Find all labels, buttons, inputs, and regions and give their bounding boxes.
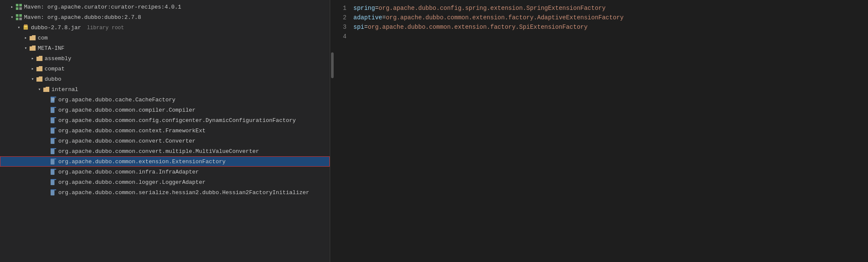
tree-item-file-extensionfactory[interactable]: org.apache.dubbo.common.extension.Extens…: [0, 156, 330, 167]
svg-rect-9: [24, 25, 28, 30]
file-icon: [50, 179, 57, 186]
code-content: spring=org.apache.dubbo.config.spring.ex…: [352, 3, 868, 259]
svg-rect-8: [24, 24, 27, 25]
arrow-icon[interactable]: [22, 34, 29, 41]
code-eq-1: =: [375, 5, 378, 12]
tree-item-label: dubbo-2.7.8.jar library root: [31, 24, 124, 31]
tree-item-label: assembly: [45, 55, 71, 62]
jar-icon: [22, 24, 29, 31]
arrow-placeholder: [43, 137, 50, 144]
svg-rect-2: [16, 7, 18, 10]
svg-rect-3: [19, 7, 22, 10]
arrow-icon[interactable]: [29, 76, 36, 82]
svg-rect-1: [19, 4, 22, 6]
code-eq-2: =: [382, 14, 386, 21]
code-editor-panel: 1 2 3 4 spring=org.apache.dubbo.config.s…: [335, 0, 868, 262]
tree-item-label: org.apache.dubbo.common.convert.multiple…: [58, 148, 259, 155]
file-icon: [50, 127, 57, 134]
tree-item-internal[interactable]: internal: [0, 84, 330, 94]
tree-item-compat[interactable]: compat: [0, 64, 330, 74]
folder-icon: [29, 45, 36, 52]
file-icon: [50, 158, 57, 165]
svg-rect-12: [51, 97, 56, 97]
tree-item-file-frameworkext[interactable]: org.apache.dubbo.common.context.Framewor…: [0, 125, 330, 136]
tree-item-label: com: [38, 35, 48, 41]
tree-item-label: org.apache.dubbo.common.serialize.hessia…: [58, 189, 309, 196]
arrow-placeholder: [43, 179, 50, 186]
arrow-placeholder: [43, 158, 50, 165]
tree-item-file-dynamicconfig[interactable]: org.apache.dubbo.common.config.configcen…: [0, 115, 330, 125]
file-icon: [50, 96, 57, 103]
file-icon: [50, 189, 57, 196]
tree-item-label: org.apache.dubbo.common.extension.Extens…: [58, 158, 226, 165]
tree-item-maven-dubbo[interactable]: Maven: org.apache.dubbo:dubbo:2.7.8: [0, 12, 330, 22]
code-key-1: spring: [353, 5, 375, 12]
code-value-3: org.apache.dubbo.common.extension.factor…: [368, 24, 588, 30]
svg-rect-30: [51, 179, 56, 180]
file-icon: [50, 168, 57, 175]
tree-item-dubbo-jar[interactable]: dubbo-2.7.8.jar library root: [0, 22, 330, 33]
tree-item-file-compiler[interactable]: org.apache.dubbo.common.compiler.Compile…: [0, 105, 330, 115]
code-line-3: spi=org.apache.dubbo.common.extension.fa…: [353, 22, 868, 32]
svg-rect-25: [51, 158, 54, 165]
svg-rect-7: [19, 18, 22, 20]
scrollbar-thumb[interactable]: [331, 52, 334, 78]
arrow-placeholder: [43, 189, 50, 196]
maven-icon: [15, 14, 22, 21]
folder-icon: [43, 86, 50, 93]
svg-rect-15: [51, 107, 54, 113]
tree-item-label: org.apache.dubbo.common.logger.LoggerAda…: [58, 179, 205, 186]
arrow-placeholder: [43, 127, 50, 134]
arrow-icon[interactable]: [29, 65, 36, 72]
folder-icon: [29, 34, 36, 41]
arrow-icon[interactable]: [36, 86, 43, 93]
arrow-icon[interactable]: [9, 14, 15, 21]
folder-icon: [36, 65, 43, 72]
code-key-3: spi: [353, 24, 364, 30]
folder-icon: [36, 76, 43, 82]
scrollbar[interactable]: [330, 0, 335, 262]
line-number-3: 3: [335, 22, 347, 32]
tree-item-file-hessian2factory[interactable]: org.apache.dubbo.common.serialize.hessia…: [0, 187, 330, 198]
svg-rect-6: [16, 18, 18, 20]
tree-item-label: org.apache.dubbo.common.convert.Converte…: [58, 138, 196, 144]
tree-item-label: compat: [45, 66, 65, 72]
code-key-2: adaptive: [353, 14, 382, 21]
svg-rect-16: [51, 107, 56, 108]
maven-icon: [15, 3, 22, 10]
code-line-2: adaptive=org.apache.dubbo.common.extensi…: [353, 13, 868, 22]
code-value-1: org.apache.dubbo.config.spring.extension…: [379, 5, 606, 12]
svg-rect-29: [51, 179, 54, 185]
svg-rect-18: [51, 117, 56, 118]
arrow-placeholder: [43, 117, 50, 124]
svg-rect-11: [51, 97, 54, 103]
tree-item-file-infraadapter[interactable]: org.apache.dubbo.common.infra.InfraAdapt…: [0, 167, 330, 177]
svg-rect-21: [51, 138, 54, 144]
tree-item-file-converter[interactable]: org.apache.dubbo.common.convert.Converte…: [0, 136, 330, 146]
svg-rect-31: [51, 189, 54, 195]
file-icon: [50, 137, 57, 144]
tree-item-com[interactable]: com: [0, 33, 330, 43]
tree-item-file-multivalueconverter[interactable]: org.apache.dubbo.common.convert.multiple…: [0, 146, 330, 156]
arrow-icon[interactable]: [29, 55, 36, 62]
arrow-icon[interactable]: [22, 45, 29, 52]
code-line-4: [353, 32, 868, 41]
tree-item-maven-curator[interactable]: Maven: org.apache.curator:curator-recipe…: [0, 2, 330, 12]
line-number-4: 4: [335, 32, 347, 41]
svg-rect-10: [24, 26, 27, 27]
tree-item-label: org.apache.dubbo.common.compiler.Compile…: [58, 107, 196, 113]
tree-item-label: org.apache.dubbo.cache.CacheFactory: [58, 97, 175, 103]
tree-item-file-loggeradapter[interactable]: org.apache.dubbo.common.logger.LoggerAda…: [0, 177, 330, 187]
tree-item-assembly[interactable]: assembly: [0, 53, 330, 64]
arrow-icon[interactable]: [9, 3, 15, 10]
arrow-placeholder: [43, 96, 50, 103]
code-line-1: spring=org.apache.dubbo.config.spring.ex…: [353, 3, 868, 13]
tree-item-meta-inf[interactable]: META-INF: [0, 43, 330, 53]
tree-item-dubbo-folder[interactable]: dubbo: [0, 74, 330, 84]
svg-rect-4: [16, 14, 18, 17]
svg-rect-26: [51, 158, 56, 159]
tree-item-file-cachefactory[interactable]: org.apache.dubbo.cache.CacheFactory: [0, 94, 330, 105]
line-number-2: 2: [335, 13, 347, 22]
svg-rect-23: [51, 148, 54, 154]
arrow-icon[interactable]: [15, 24, 22, 31]
